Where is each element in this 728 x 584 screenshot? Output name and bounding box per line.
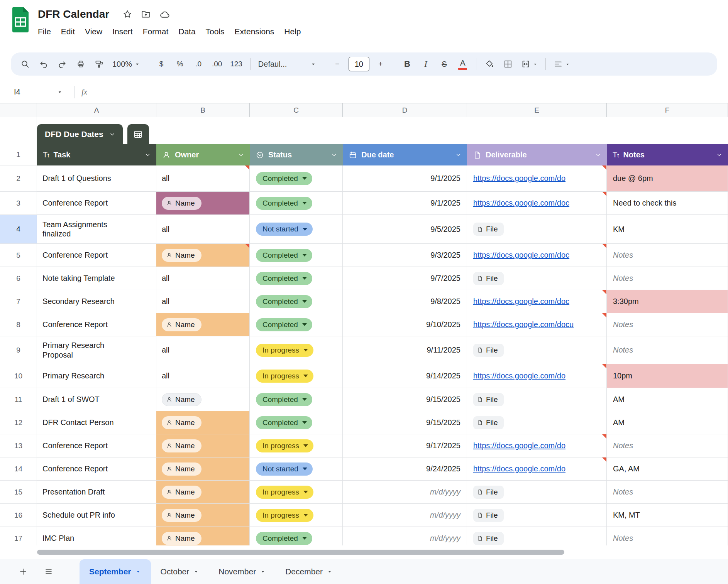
cell-deliverable[interactable]: File bbox=[467, 388, 607, 411]
italic-button[interactable]: I bbox=[417, 55, 435, 73]
cell-owner[interactable]: Name bbox=[156, 388, 250, 411]
row-header-6[interactable]: 6 bbox=[0, 267, 37, 290]
person-chip[interactable]: Name bbox=[162, 532, 201, 545]
person-chip[interactable]: Name bbox=[162, 462, 201, 476]
cell-due-date[interactable]: 9/14/2025 bbox=[343, 364, 467, 388]
cell-deliverable[interactable]: File bbox=[467, 527, 607, 545]
cell-status[interactable]: In progress bbox=[250, 364, 343, 388]
cell-owner[interactable]: Name bbox=[156, 411, 250, 434]
format-percent-button[interactable]: % bbox=[171, 55, 189, 73]
document-status-button[interactable] bbox=[156, 6, 173, 22]
row-header-15[interactable]: 15 bbox=[0, 481, 37, 504]
cell-due-date[interactable]: m/d/yyyy bbox=[343, 481, 467, 504]
borders-button[interactable] bbox=[499, 55, 517, 73]
cell-task[interactable]: Conference Report bbox=[37, 457, 156, 481]
cell-notes[interactable]: Notes bbox=[607, 336, 728, 364]
person-chip[interactable]: Name bbox=[162, 393, 201, 406]
deliverable-link[interactable]: https://docs.google.com/docu bbox=[473, 320, 574, 329]
cell-task[interactable]: IMC Plan bbox=[37, 527, 156, 545]
cell-owner[interactable]: Name bbox=[156, 434, 250, 457]
deliverable-link[interactable]: https://docs.google.com/doc bbox=[473, 251, 569, 260]
cell-owner[interactable]: all bbox=[156, 336, 250, 364]
file-chip[interactable]: File bbox=[473, 272, 504, 285]
status-chip[interactable]: Not started bbox=[256, 462, 313, 476]
cell-due-date[interactable]: 9/11/2025 bbox=[343, 336, 467, 364]
person-chip[interactable]: Name bbox=[162, 509, 201, 522]
cell-deliverable[interactable]: File bbox=[467, 267, 607, 290]
redo-button[interactable] bbox=[53, 55, 71, 73]
row-header-9[interactable]: 9 bbox=[0, 336, 37, 364]
file-chip[interactable]: File bbox=[473, 223, 504, 236]
move-folder-button[interactable] bbox=[138, 6, 154, 22]
cell-task[interactable]: Conference Report bbox=[37, 434, 156, 457]
cell-due-date[interactable]: 9/5/2025 bbox=[343, 215, 467, 244]
cell-status[interactable]: Completed bbox=[250, 244, 343, 267]
cell-task[interactable]: Secondary Research bbox=[37, 290, 156, 313]
person-chip[interactable]: Name bbox=[162, 416, 201, 429]
cell-status[interactable]: Not started bbox=[250, 457, 343, 481]
horizontal-align-button[interactable] bbox=[550, 55, 574, 73]
add-sheet-button[interactable] bbox=[14, 562, 32, 581]
cell-task[interactable]: Primary Research bbox=[37, 364, 156, 388]
cell-notes[interactable]: KM, MT bbox=[607, 504, 728, 527]
row-header-5[interactable]: 5 bbox=[0, 244, 37, 267]
more-formats-button[interactable]: 123 bbox=[227, 55, 246, 73]
strikethrough-button[interactable]: S bbox=[435, 55, 453, 73]
cell-deliverable[interactable]: https://docs.google.com/do bbox=[467, 434, 607, 457]
all-sheets-button[interactable] bbox=[39, 562, 58, 581]
column-header-notes[interactable]: TtNotes bbox=[607, 144, 728, 165]
cell-status[interactable]: Completed bbox=[250, 267, 343, 290]
row-header-8[interactable]: 8 bbox=[0, 313, 37, 336]
file-chip[interactable]: File bbox=[473, 509, 504, 522]
cell-due-date[interactable]: m/d/yyyy bbox=[343, 504, 467, 527]
cell-owner[interactable]: Name bbox=[156, 457, 250, 481]
column-header-due-date[interactable]: Due date bbox=[343, 144, 467, 165]
sheets-logo[interactable] bbox=[11, 7, 30, 52]
cell-due-date[interactable]: 9/15/2025 bbox=[343, 388, 467, 411]
cell-task[interactable]: Note taking Template bbox=[37, 267, 156, 290]
file-chip[interactable]: File bbox=[473, 344, 504, 357]
menu-data[interactable]: Data bbox=[173, 25, 200, 39]
column-header-a[interactable]: A bbox=[37, 103, 156, 117]
decrease-decimal-button[interactable]: .0 bbox=[190, 55, 207, 73]
cell-task[interactable]: Primary Research Proposal bbox=[37, 336, 156, 364]
status-chip[interactable]: In progress bbox=[256, 509, 313, 522]
row-header-4[interactable]: 4 bbox=[0, 215, 37, 244]
cell-due-date[interactable]: 9/17/2025 bbox=[343, 434, 467, 457]
status-chip[interactable]: Completed bbox=[256, 318, 312, 331]
cell-owner[interactable]: Name bbox=[156, 481, 250, 504]
undo-button[interactable] bbox=[35, 55, 52, 73]
column-header-c[interactable]: C bbox=[250, 103, 343, 117]
status-chip[interactable]: Completed bbox=[256, 197, 312, 210]
file-chip[interactable]: File bbox=[473, 416, 504, 429]
row-header-7[interactable]: 7 bbox=[0, 290, 37, 313]
cell-task[interactable]: Schedule out PR info bbox=[37, 504, 156, 527]
cell-task[interactable]: Draft 1 of SWOT bbox=[37, 388, 156, 411]
print-button[interactable] bbox=[72, 55, 90, 73]
person-chip[interactable]: Name bbox=[162, 318, 201, 331]
cell-notes[interactable]: AM bbox=[607, 411, 728, 434]
row-header-10[interactable]: 10 bbox=[0, 364, 37, 388]
cell-due-date[interactable]: m/d/yyyy bbox=[343, 527, 467, 545]
increase-decimal-button[interactable]: .00 bbox=[208, 55, 226, 73]
cell-notes[interactable]: Notes bbox=[607, 527, 728, 545]
status-chip[interactable]: In progress bbox=[256, 370, 313, 383]
cell-deliverable[interactable]: File bbox=[467, 215, 607, 244]
status-chip[interactable]: In progress bbox=[256, 486, 313, 499]
row-header-13[interactable]: 13 bbox=[0, 434, 37, 457]
text-color-button[interactable]: A bbox=[454, 55, 472, 73]
deliverable-link[interactable]: https://docs.google.com/do bbox=[473, 441, 565, 450]
cell-owner[interactable]: all bbox=[156, 215, 250, 244]
status-chip[interactable]: Completed bbox=[256, 393, 312, 406]
cell-deliverable[interactable]: File bbox=[467, 411, 607, 434]
cell-deliverable[interactable]: https://docs.google.com/docu bbox=[467, 313, 607, 336]
cell-deliverable[interactable]: https://docs.google.com/doc bbox=[467, 290, 607, 313]
status-chip[interactable]: Completed bbox=[256, 249, 312, 262]
row-header-16[interactable]: 16 bbox=[0, 504, 37, 527]
cell-status[interactable]: Completed bbox=[250, 527, 343, 545]
cell-status[interactable]: Completed bbox=[250, 165, 343, 192]
cell-status[interactable]: Completed bbox=[250, 192, 343, 215]
file-chip[interactable]: File bbox=[473, 532, 504, 545]
row-header-17[interactable]: 17 bbox=[0, 527, 37, 545]
cell-notes[interactable]: Notes bbox=[607, 244, 728, 267]
